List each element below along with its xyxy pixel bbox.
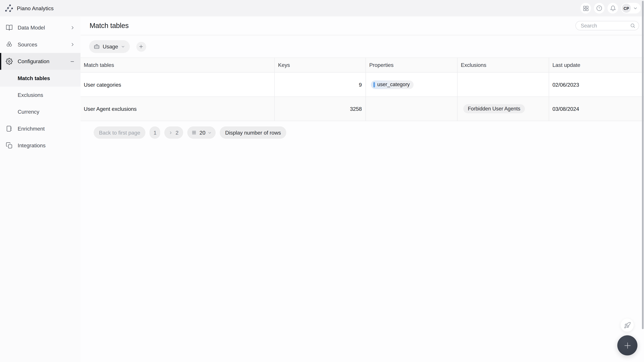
chevron-down-icon	[633, 6, 637, 10]
property-badge: user_category	[371, 80, 414, 89]
cell-last-update: 03/08/2024	[549, 97, 644, 121]
question-circle-icon: ?	[596, 5, 602, 11]
hexagons-icon	[6, 41, 13, 48]
cell-exclusions: Forbidden User Agents	[458, 97, 549, 121]
sidebar-item-data-model[interactable]: Data Model	[0, 19, 80, 36]
sidebar-item-sources[interactable]: Sources	[0, 36, 80, 53]
sidebar-item-label: Sources	[18, 41, 37, 48]
usage-dropdown[interactable]: Usage	[89, 40, 130, 53]
display-number-of-rows-button[interactable]: Display number of rows	[220, 126, 286, 139]
column-header-exclusions: Exclusions	[458, 58, 549, 72]
page-title: Match tables	[90, 22, 129, 30]
rows-per-page-value: 20	[200, 130, 205, 136]
sidebar-item-integrations[interactable]: Integrations	[0, 137, 80, 154]
usage-label: Usage	[103, 43, 118, 50]
cell-properties	[366, 97, 458, 121]
assistant-button[interactable]	[620, 319, 634, 332]
cell-name: User Agent exclusions	[80, 97, 275, 121]
apps-button[interactable]	[580, 3, 591, 13]
brand[interactable]: Piano Analytics	[5, 4, 54, 12]
chevron-down-icon	[121, 45, 124, 48]
search-input[interactable]	[576, 21, 639, 30]
chevron-down-icon	[208, 131, 212, 134]
rocket-icon	[624, 322, 631, 329]
exclusion-badge: Forbidden User Agents	[463, 104, 525, 113]
sidebar-item-label: Currency	[18, 109, 39, 115]
sidebar-item-label: Exclusions	[18, 92, 43, 98]
notifications-button[interactable]	[608, 3, 618, 13]
rows-per-page-dropdown[interactable]: 20	[187, 126, 216, 139]
sidebar-item-label: Enrichment	[18, 125, 44, 132]
briefcase-icon	[94, 43, 100, 50]
next-page-button[interactable]: 2	[164, 126, 183, 139]
sidebar-item-configuration[interactable]: Configuration	[0, 53, 80, 70]
page-2-label: 2	[176, 130, 178, 136]
column-header-keys: Keys	[275, 58, 366, 72]
sidebar: Data Model Sources	[0, 16, 80, 362]
cell-last-update: 02/06/2023	[549, 72, 644, 97]
sidebar-item-label: Match tables	[18, 75, 50, 81]
piano-analytics-logo-icon	[5, 4, 13, 12]
column-header-properties: Properties	[366, 58, 458, 72]
create-fab-button[interactable]	[617, 335, 638, 356]
add-match-table-button[interactable]	[136, 42, 146, 52]
main-content: Match tables	[80, 16, 644, 362]
property-badge-label: user_category	[377, 82, 410, 87]
chevron-right-icon	[70, 25, 75, 30]
sidebar-item-enrichment[interactable]: Enrichment	[0, 120, 80, 137]
grid-icon	[582, 5, 589, 11]
column-header-last-update: Last update	[549, 58, 644, 72]
column-header-match-tables: Match tables	[80, 58, 275, 72]
book-open-icon	[6, 24, 13, 31]
cell-properties: user_category	[366, 72, 458, 97]
list-icon	[191, 130, 197, 135]
sidebar-item-match-tables[interactable]: Match tables	[0, 70, 80, 86]
plus-icon	[623, 341, 632, 350]
chevron-right-icon	[169, 131, 173, 134]
topbar-actions: ? CP	[580, 3, 641, 13]
match-tables-table: Match tables Keys Properties Exclusions …	[80, 57, 644, 121]
sidebar-item-exclusions[interactable]: Exclusions	[0, 87, 80, 103]
app: Piano Analytics ?	[0, 0, 644, 362]
topbar: Piano Analytics ?	[0, 0, 644, 16]
copy-squares-icon	[6, 142, 13, 149]
toolbar: Usage	[89, 40, 644, 53]
journal-icon	[6, 125, 13, 132]
svg-text:?: ?	[598, 7, 600, 10]
cell-keys: 3258	[275, 97, 366, 121]
property-type-bar	[373, 82, 375, 87]
sidebar-item-label: Data Model	[18, 25, 45, 31]
chevron-right-icon	[70, 42, 75, 47]
gear-icon	[6, 58, 13, 65]
minus-icon	[70, 59, 75, 64]
cell-name: User categories	[80, 72, 275, 97]
sidebar-item-label: Configuration	[18, 58, 49, 64]
sidebar-item-currency[interactable]: Currency	[0, 103, 80, 120]
bell-icon	[610, 5, 616, 11]
help-button[interactable]: ?	[594, 3, 604, 13]
page-1-button[interactable]: 1	[150, 126, 160, 139]
plus-icon	[138, 44, 144, 49]
back-to-first-page-button[interactable]: Back to first page	[94, 126, 146, 139]
cell-exclusions	[458, 72, 549, 97]
scrollbar[interactable]	[642, 1, 644, 329]
search	[576, 21, 639, 30]
sidebar-item-label: Integrations	[18, 142, 46, 149]
title-row: Match tables	[80, 16, 644, 35]
account-menu[interactable]: CP	[621, 3, 641, 13]
pagination: Back to first page 1 2	[94, 126, 644, 139]
brand-name: Piano Analytics	[17, 5, 54, 11]
avatar: CP	[622, 4, 631, 13]
cell-keys: 9	[275, 72, 366, 97]
